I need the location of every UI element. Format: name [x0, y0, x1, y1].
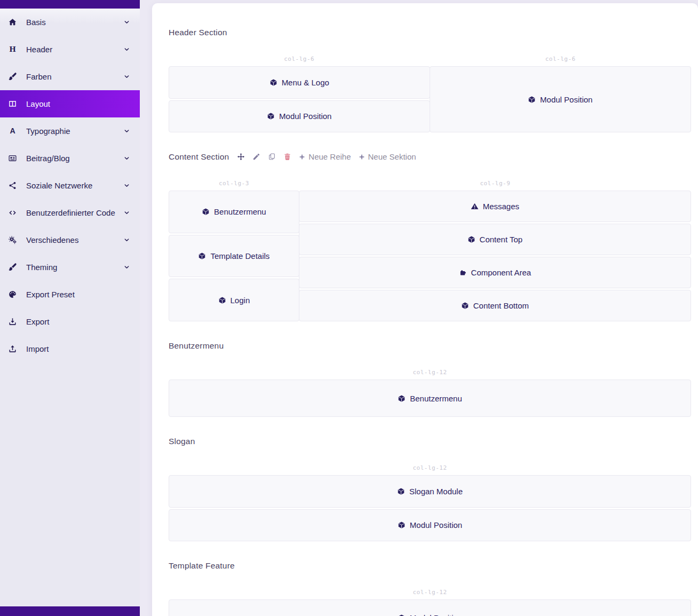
grid-column: col-lg-6Modul Position — [430, 56, 692, 132]
columns-icon — [8, 99, 22, 108]
grid-column: col-lg-12Slogan ModuleModul Position — [169, 464, 691, 541]
sidebar-item-benutzerdefinierter-code[interactable]: Benutzerdefinierter Code — [0, 199, 140, 226]
sidebar-item-layout[interactable]: Layout — [0, 90, 140, 117]
svg-text:A: A — [10, 127, 15, 135]
delete-section-button[interactable] — [283, 153, 291, 161]
sidebar-item-label: Benutzerdefinierter Code — [26, 208, 123, 217]
column-size-label: col-lg-12 — [169, 369, 691, 376]
module-label: Modul Position — [279, 112, 331, 121]
section-header: Header Section — [169, 27, 691, 38]
cube-icon — [398, 394, 406, 402]
section-title: Content Section — [169, 152, 229, 162]
module-position-messages[interactable]: Messages — [299, 191, 691, 222]
module-label: Template Details — [210, 251, 269, 260]
main-area: Header Sectioncol-lg-6Menu & LogoModul P… — [140, 0, 698, 616]
cube-icon — [218, 296, 226, 304]
module-label: Benutzermenu — [410, 394, 462, 403]
sidebar-item-typographie[interactable]: ATypographie — [0, 117, 140, 145]
chevron-down-icon — [123, 236, 130, 243]
sidebar-item-header[interactable]: HHeader — [0, 36, 140, 63]
new-row-button-label: Neue Reihe — [308, 152, 351, 161]
palette-icon — [8, 290, 22, 299]
column-rows: Benutzermenu — [169, 380, 691, 417]
trash-icon — [283, 153, 291, 161]
sidebar-item-label: Farben — [26, 72, 123, 81]
section-toolbar: Neue ReiheNeue Sektion — [237, 152, 416, 161]
sidebar-item-label: Basis — [26, 18, 123, 27]
edit-section-button[interactable] — [252, 153, 260, 161]
sidebar-item-farben[interactable]: Farben — [0, 63, 140, 90]
cube-icon — [267, 112, 275, 120]
module-label: Modul Position — [540, 95, 592, 104]
section-title: Header Section — [169, 28, 227, 37]
sidebar-item-export[interactable]: Export — [0, 308, 140, 335]
module-label: Menu & Logo — [282, 78, 329, 87]
module-position-benutzermenu[interactable]: Benutzermenu — [169, 380, 691, 417]
chevron-down-icon — [123, 209, 130, 216]
module-position-menu-logo[interactable]: Menu & Logo — [169, 66, 430, 99]
move-section-button[interactable] — [237, 153, 245, 161]
section-header: Benutzermenu — [169, 340, 691, 351]
heading-icon: H — [8, 45, 22, 54]
column-rows: Modul Position — [169, 599, 691, 616]
chevron-down-icon — [123, 264, 130, 271]
layout-sections: Header Sectioncol-lg-6Menu & LogoModul P… — [169, 27, 691, 616]
layout-builder-card: Header Sectioncol-lg-6Menu & LogoModul P… — [152, 3, 698, 616]
chevron-down-icon — [123, 182, 130, 189]
module-position-slogan-module[interactable]: Slogan Module — [169, 475, 691, 508]
section-grid: col-lg-3BenutzermenuTemplate DetailsLogi… — [169, 180, 691, 321]
svg-text:H: H — [9, 45, 16, 53]
paintbrush-icon — [8, 72, 22, 81]
sidebar-item-import[interactable]: Import — [0, 335, 140, 362]
sidebar-item-label: Import — [26, 344, 130, 353]
move-icon — [237, 153, 245, 161]
section-title: Slogan — [169, 437, 195, 446]
module-label: Slogan Module — [409, 487, 463, 496]
chevron-down-icon — [123, 46, 130, 53]
sidebar-item-theming[interactable]: Theming — [0, 254, 140, 281]
sidebar-item-soziale-netzwerke[interactable]: Soziale Netzwerke — [0, 172, 140, 199]
module-position-template-details[interactable]: Template Details — [169, 235, 299, 278]
module-position-content-bottom[interactable]: Content Bottom — [299, 290, 691, 321]
chevron-down-icon — [123, 19, 130, 26]
copy-section-button[interactable] — [268, 153, 276, 161]
puzzle-icon — [459, 268, 467, 277]
sidebar-item-label: Verschiedenes — [26, 235, 123, 244]
new-section-button[interactable]: Neue Sektion — [359, 152, 416, 161]
module-label: Component Area — [471, 268, 532, 277]
module-position-login[interactable]: Login — [169, 279, 299, 321]
module-position-content-top[interactable]: Content Top — [299, 224, 691, 255]
module-position-component-area[interactable]: Component Area — [299, 257, 691, 288]
sidebar-nav: BasisHHeaderFarbenLayoutATypographieBeit… — [0, 9, 140, 606]
code-icon — [8, 208, 22, 217]
sidebar-item-beitrag-blog[interactable]: Beitrag/Blog — [0, 145, 140, 172]
module-position-benutzermenu[interactable]: Benutzermenu — [169, 191, 299, 233]
column-rows: Slogan ModuleModul Position — [169, 475, 691, 541]
grid-column: col-lg-3BenutzermenuTemplate DetailsLogi… — [169, 180, 299, 321]
module-label: Modul Position — [410, 520, 462, 530]
cube-icon — [461, 302, 469, 310]
cube-icon — [269, 78, 277, 86]
sidebar-item-label: Beitrag/Blog — [26, 154, 123, 163]
layout-section-benutzermenu: Benutzermenucol-lg-12Benutzermenu — [169, 340, 691, 417]
paintbrush-icon — [8, 263, 22, 272]
module-position-modul-position[interactable]: Modul Position — [430, 66, 692, 132]
chevron-down-icon — [123, 128, 130, 135]
module-position-modul-position[interactable]: Modul Position — [169, 509, 691, 542]
sidebar-item-export-preset[interactable]: Export Preset — [0, 281, 140, 308]
sidebar-item-label: Export — [26, 317, 130, 326]
sidebar-item-label: Header — [26, 45, 123, 54]
module-label: Modul Position — [410, 613, 462, 616]
chevron-down-icon — [123, 73, 130, 80]
new-section-button-label: Neue Sektion — [368, 152, 416, 161]
module-position-modul-position[interactable]: Modul Position — [169, 100, 430, 133]
cube-icon — [202, 208, 210, 216]
new-row-button[interactable]: Neue Reihe — [299, 152, 351, 161]
grid-column: col-lg-12Modul Position — [169, 589, 691, 616]
sidebar-item-basis[interactable]: Basis — [0, 9, 140, 36]
sidebar-item-label: Layout — [26, 99, 130, 108]
module-position-modul-position[interactable]: Modul Position — [169, 599, 691, 616]
newspaper-icon — [8, 154, 22, 163]
sidebar-item-verschiedenes[interactable]: Verschiedenes — [0, 226, 140, 254]
cube-icon — [198, 252, 206, 260]
